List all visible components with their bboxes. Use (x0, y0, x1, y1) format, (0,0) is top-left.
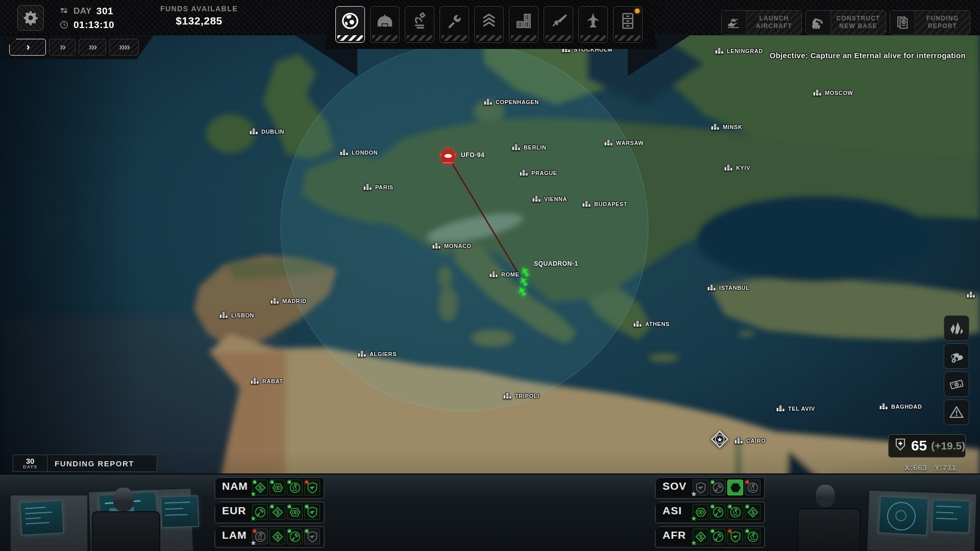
region-status-science[interactable] (745, 480, 761, 495)
score-shield-icon (894, 437, 907, 455)
priority-star-icon: ★ (250, 514, 257, 522)
funding-countdown-bar[interactable]: 30 DAYS FUNDING REPORT (13, 455, 157, 472)
coord-y: Y:711 (935, 463, 957, 472)
player-base-marker[interactable]: ★ (710, 430, 729, 449)
city-label: ALGIERS (370, 350, 397, 357)
construct-new-base-button[interactable]: CONSTRUCTNEW BASE (805, 10, 886, 35)
city-label: BERLIN (524, 144, 547, 150)
personnel-icon (475, 7, 503, 35)
region-status-science[interactable]: ★ (252, 529, 268, 544)
time-speed-3-button[interactable]: ››› (79, 39, 106, 56)
geoscape-icon (336, 7, 364, 35)
funds-button[interactable] (944, 371, 969, 397)
region-status-eye[interactable]: ★ (693, 504, 708, 520)
city-icon (270, 297, 280, 305)
launch-aircraft-button[interactable]: LAUNCHAIRCRAFT (721, 10, 802, 35)
city-marker (966, 291, 976, 298)
city-marker-baghdad: BAGHDAD (879, 403, 922, 410)
construct-new-base-label: CONSTRUCTNEW BASE (831, 11, 886, 34)
region-status-funding[interactable]: $★ (693, 529, 708, 544)
city-label: KYIV (736, 164, 750, 170)
operator-silhouette (816, 485, 835, 507)
region-status-science[interactable] (727, 504, 743, 520)
city-label: LONDON (352, 149, 378, 155)
time-speed-4-button[interactable]: ›››› (109, 39, 139, 56)
city-marker-lisbon: LISBON (219, 311, 254, 319)
city-icon (604, 139, 614, 146)
region-status-military[interactable] (304, 529, 320, 544)
nav-tab-personnel[interactable] (474, 6, 504, 43)
region-status-funding[interactable]: $ (270, 504, 285, 520)
city-marker-berlin: BERLIN (511, 143, 547, 151)
city-marker-leningrad: LENINGRAD (715, 47, 763, 55)
region-status-military[interactable] (304, 480, 320, 495)
launch-aircraft-icon (722, 11, 747, 34)
ufo-marker[interactable] (440, 148, 456, 163)
region-status-engineering[interactable] (287, 529, 303, 544)
ufo-label: UFO-94 (461, 152, 484, 159)
nav-tab-base[interactable] (370, 6, 400, 43)
time-speed-2-button[interactable]: ›› (49, 39, 76, 56)
region-status-military[interactable]: ★ (693, 480, 708, 495)
region-panel-asi[interactable]: ASI★$ (655, 502, 765, 523)
nav-tab-stores[interactable] (509, 6, 538, 43)
priority-star-icon: ★ (691, 514, 697, 522)
svg-text:★: ★ (717, 436, 723, 443)
region-status-funding[interactable]: $ (270, 529, 285, 544)
region-status-military[interactable] (304, 504, 320, 520)
nav-tab-geoscape[interactable] (335, 6, 365, 43)
time-speed-1-button[interactable]: › (9, 39, 46, 56)
aircraft-icon (579, 7, 607, 35)
region-panel-eur[interactable]: EUR★$ (214, 502, 325, 523)
warning-icon (949, 405, 964, 420)
region-status-eye[interactable] (727, 480, 743, 495)
research-icon (405, 7, 434, 35)
city-label: ISTANBUL (719, 284, 750, 290)
region-cells: $★ (252, 480, 320, 495)
city-label: MINSK (723, 123, 742, 130)
status-dot-green (711, 481, 714, 484)
priority-star-icon: ★ (691, 490, 697, 498)
nav-tab-research[interactable] (405, 6, 434, 43)
region-panel-afr[interactable]: AFR$★ (655, 526, 765, 548)
region-status-science[interactable] (745, 529, 761, 544)
region-panel-nam[interactable]: NAM$★ (214, 477, 325, 499)
region-panel-lam[interactable]: LAM★$ (214, 526, 325, 548)
region-status-engineering[interactable]: ★ (252, 504, 268, 520)
nav-tab-aircraft[interactable] (578, 6, 608, 43)
city-icon (519, 169, 529, 177)
tab-strip (372, 35, 398, 41)
region-status-science[interactable] (287, 480, 303, 495)
city-marker-rabat: RABAT (250, 377, 283, 385)
region-status-engineering[interactable] (710, 504, 726, 520)
nav-tab-archives[interactable] (613, 6, 643, 43)
region-status-eye[interactable] (270, 480, 285, 495)
nav-tab-engineering[interactable] (439, 6, 469, 43)
svg-text:$: $ (276, 509, 279, 515)
region-panel-sov[interactable]: SOV★ (655, 477, 765, 499)
region-status-engineering[interactable] (710, 529, 726, 544)
region-status-funding[interactable]: $ (745, 504, 761, 520)
region-cells: ★$ (252, 529, 320, 544)
funds-value: $132,285 (133, 15, 265, 27)
region-code: ASI (663, 505, 682, 517)
status-dot-green (711, 505, 714, 508)
region-status-eye[interactable] (287, 504, 303, 520)
geoscape-screen: STOCKHOLMHELSINKILENINGRADMOSCOWMINSKCOP… (0, 0, 980, 551)
status-dot-green (305, 505, 308, 508)
city-icon (966, 291, 976, 298)
alien-crystal-button[interactable] (944, 315, 969, 341)
alerts-button[interactable] (944, 399, 969, 425)
city-icon (219, 311, 229, 319)
region-status-military[interactable] (727, 529, 743, 544)
alien-fuel-button[interactable] (944, 343, 969, 369)
city-label: MONACO (444, 242, 472, 248)
region-status-engineering[interactable] (710, 480, 726, 495)
tab-strip (615, 35, 641, 41)
funding-report-button[interactable]: FUNDINGREPORT (890, 10, 970, 35)
fuel-icon (949, 348, 964, 364)
svg-text:$: $ (751, 509, 754, 515)
nav-tab-armory[interactable] (544, 6, 573, 43)
region-status-funding[interactable]: $★ (252, 480, 268, 495)
settings-button[interactable] (17, 5, 44, 31)
